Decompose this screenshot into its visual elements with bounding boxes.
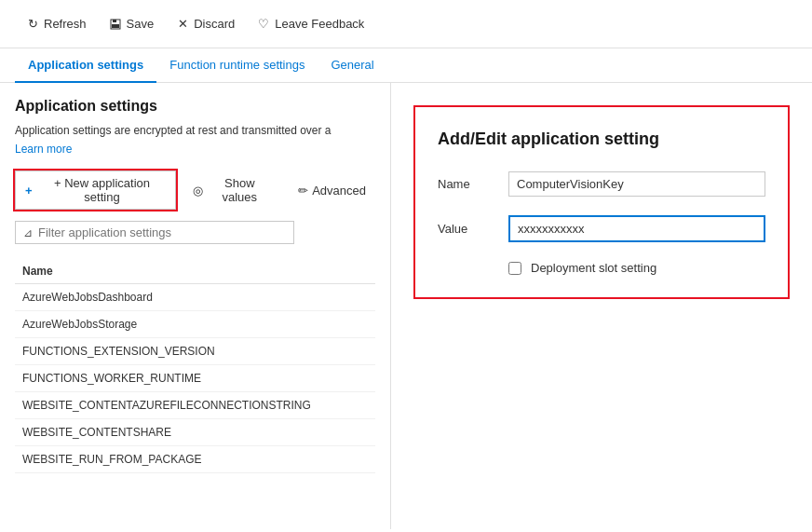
add-edit-dialog: Add/Edit application setting Name Value … — [413, 105, 790, 299]
dialog-title: Add/Edit application setting — [438, 130, 765, 149]
deployment-slot-row: Deployment slot setting — [508, 261, 765, 275]
show-values-button[interactable]: ◎ Show values — [183, 171, 281, 209]
table-row[interactable]: WEBSITE_CONTENTSHARE — [15, 419, 375, 446]
row-name: WEBSITE_CONTENTAZUREFILECONNECTIONSTRING — [15, 392, 375, 419]
deployment-slot-label: Deployment slot setting — [531, 261, 656, 275]
feedback-label: Leave Feedback — [275, 17, 364, 31]
row-name: AzureWebJobsStorage — [15, 311, 375, 338]
tab-app-settings[interactable]: Application settings — [15, 48, 156, 83]
section-title: Application settings — [15, 98, 375, 115]
value-field-row: Value — [438, 215, 765, 242]
table-row[interactable]: AzureWebJobsDashboard — [15, 284, 375, 311]
right-panel: Add/Edit application setting Name Value … — [391, 83, 812, 529]
tabs-bar: Application settings Function runtime se… — [0, 48, 812, 83]
tab-func-runtime[interactable]: Function runtime settings — [156, 48, 318, 83]
plus-icon: + — [25, 184, 33, 198]
toolbar: Refresh Save Discard Leave Feedback — [0, 0, 812, 48]
advanced-label: Advanced — [312, 184, 366, 198]
name-input[interactable] — [508, 171, 765, 197]
col-name-header: Name — [15, 259, 375, 284]
refresh-label: Refresh — [44, 17, 87, 31]
left-panel: Application settings Application setting… — [0, 83, 391, 529]
table-row[interactable]: AzureWebJobsStorage — [15, 311, 375, 338]
name-field-row: Name — [438, 171, 765, 197]
show-values-label: Show values — [207, 176, 272, 204]
name-label: Name — [438, 177, 494, 191]
svg-rect-1 — [113, 20, 116, 22]
save-label: Save — [127, 17, 155, 31]
row-name: WEBSITE_CONTENTSHARE — [15, 419, 375, 446]
tab-general[interactable]: General — [318, 48, 386, 83]
discard-icon — [176, 18, 189, 31]
main-content: Application settings Application setting… — [0, 83, 812, 529]
filter-input-wrapper: ⊿ — [15, 221, 294, 244]
settings-table: Name AzureWebJobsDashboardAzureWebJobsSt… — [15, 259, 375, 473]
new-app-setting-button[interactable]: + + New application setting — [15, 171, 176, 210]
discard-button[interactable]: Discard — [165, 11, 246, 36]
action-bar: + + New application setting ◎ Show value… — [15, 171, 375, 210]
filter-container: ⊿ — [15, 221, 375, 244]
advanced-button[interactable]: ✏ Advanced — [289, 179, 375, 202]
eye-icon: ◎ — [193, 184, 203, 198]
table-row[interactable]: FUNCTIONS_WORKER_RUNTIME — [15, 365, 375, 392]
pen-icon: ✏ — [298, 184, 308, 198]
table-row[interactable]: FUNCTIONS_EXTENSION_VERSION — [15, 338, 375, 365]
table-row[interactable]: WEBSITE_CONTENTAZUREFILECONNECTIONSTRING — [15, 392, 375, 419]
discard-label: Discard — [194, 17, 235, 31]
filter-input[interactable] — [38, 225, 286, 239]
value-label: Value — [438, 222, 494, 236]
save-button[interactable]: Save — [98, 11, 166, 36]
row-name: WEBSITE_RUN_FROM_PACKAGE — [15, 446, 375, 473]
row-name: AzureWebJobsDashboard — [15, 284, 375, 311]
filter-icon: ⊿ — [23, 226, 33, 239]
feedback-button[interactable]: Leave Feedback — [246, 11, 375, 36]
feedback-icon — [257, 18, 270, 31]
value-input[interactable] — [508, 215, 765, 242]
row-name: FUNCTIONS_EXTENSION_VERSION — [15, 338, 375, 365]
refresh-icon — [26, 18, 39, 31]
learn-more-link[interactable]: Learn more — [15, 143, 375, 156]
description-text: Application settings are encrypted at re… — [15, 122, 375, 139]
new-app-setting-label: + New application setting — [38, 176, 167, 204]
table-row[interactable]: WEBSITE_RUN_FROM_PACKAGE — [15, 446, 375, 473]
save-icon — [109, 18, 122, 31]
refresh-button[interactable]: Refresh — [15, 11, 98, 36]
row-name: FUNCTIONS_WORKER_RUNTIME — [15, 365, 375, 392]
svg-rect-2 — [112, 24, 119, 28]
deployment-slot-checkbox[interactable] — [508, 262, 521, 275]
